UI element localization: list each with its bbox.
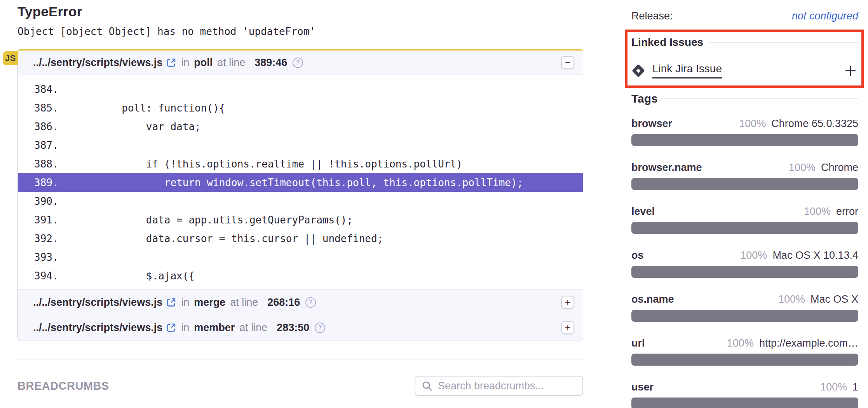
release-row: Release: not configured (631, 10, 858, 22)
line-source: data = app.utils.getQueryParams(); (73, 211, 353, 229)
external-link-icon[interactable] (166, 323, 176, 333)
tag-distribution-bar[interactable] (631, 310, 858, 322)
code-line: 394. $.ajax({ (18, 267, 583, 285)
tag-percent: 100% (820, 381, 847, 393)
collapse-frame-button[interactable]: − (561, 56, 574, 69)
link-jira-issue-row: Link Jira Issue (631, 63, 858, 80)
linked-issues-title: Linked Issues (631, 36, 703, 49)
line-source: if (!this.options.realtime || !this.opti… (73, 155, 462, 173)
heading-rule (664, 98, 858, 99)
tag-key[interactable]: os.name (631, 293, 674, 305)
tag-row: browser 100% Chrome 65.0.3325 (631, 118, 858, 146)
tag-row: os.name 100% Mac OS X (631, 293, 858, 322)
stack-frame-header-poll[interactable]: ../../sentry/scripts/views.js in poll at… (18, 51, 583, 75)
tag-distribution-bar[interactable] (631, 178, 858, 190)
tag-key[interactable]: level (631, 206, 655, 218)
tag-value[interactable]: Mac OS X (810, 293, 858, 305)
help-icon[interactable]: ? (315, 323, 325, 333)
jira-icon (632, 64, 645, 77)
line-number: 384. (18, 80, 73, 99)
frame-atline-word: at line (239, 322, 267, 334)
frame-atline-word: at line (217, 57, 245, 69)
tag-key[interactable]: url (631, 337, 645, 349)
code-line: 393. (18, 248, 583, 267)
line-number: 394. (18, 267, 73, 285)
help-icon[interactable]: ? (305, 297, 316, 308)
tag-row-header: os.name 100% Mac OS X (631, 293, 858, 305)
tag-row: os 100% Mac OS X 10.13.4 (631, 249, 858, 278)
line-number: 386. (18, 117, 73, 136)
code-line: 385. poll: function(){ (18, 99, 583, 117)
frame-function-name: poll (194, 57, 213, 69)
external-link-icon[interactable] (166, 297, 176, 307)
tag-value[interactable]: http://example.com… (759, 337, 858, 349)
error-type-title: TypeError (17, 4, 583, 19)
tag-value[interactable]: Mac OS X 10.13.4 (772, 249, 858, 262)
tag-distribution-bar[interactable] (631, 398, 858, 408)
frame-in-word: in (181, 296, 189, 309)
help-icon[interactable]: ? (293, 58, 303, 68)
link-jira-issue-link[interactable]: Link Jira Issue (652, 63, 722, 78)
line-number: 385. (18, 99, 73, 117)
add-linked-issue-plus-icon[interactable] (844, 65, 857, 77)
tag-value[interactable]: 1 (852, 381, 858, 393)
tag-row-header: user 100% 1 (631, 381, 858, 393)
line-number: 391. (18, 211, 73, 229)
main-column: TypeError Object [object Object] has no … (0, 0, 608, 408)
code-line: 386. var data; (18, 117, 583, 136)
tag-key[interactable]: browser (631, 118, 672, 130)
code-line: 390. (18, 192, 583, 211)
sidebar: Release: not configured Linked Issues Li… (608, 0, 868, 408)
breadcrumbs-title: BREADCRUMBS (17, 380, 109, 392)
tag-distribution-bar[interactable] (631, 354, 858, 366)
breadcrumbs-search-box[interactable] (415, 376, 583, 396)
tag-row: url 100% http://example.com… (631, 337, 858, 366)
tag-row: browser.name 100% Chrome (631, 162, 858, 190)
line-number: 387. (18, 136, 73, 155)
expand-frame-button[interactable]: + (561, 296, 574, 309)
frame-function-name: merge (194, 296, 225, 309)
tag-distribution-bar[interactable] (631, 222, 858, 234)
tags-title: Tags (631, 92, 658, 105)
tag-distribution-bar[interactable] (631, 134, 858, 146)
heading-rule (709, 42, 858, 43)
tag-value[interactable]: Chrome (821, 162, 858, 174)
frame-in-word: in (181, 322, 189, 334)
line-number: 390. (18, 192, 73, 211)
code-line: 392. data.cursor = this.cursor || undefi… (18, 229, 583, 248)
line-source: data.cursor = this.cursor || undefined; (73, 229, 383, 248)
code-line: 387. (18, 136, 583, 155)
frame-function-name: member (194, 322, 235, 334)
expand-frame-button[interactable]: + (561, 321, 574, 334)
tag-percent: 100% (778, 293, 805, 305)
external-link-icon[interactable] (166, 58, 176, 68)
tag-percent: 100% (789, 162, 816, 174)
stack-frame-header-member[interactable]: ../../sentry/scripts/views.js in member … (18, 315, 583, 340)
tag-row: level 100% error (631, 206, 858, 234)
tag-row-header: os 100% Mac OS X 10.13.4 (631, 249, 858, 262)
breadcrumbs-search-input[interactable] (437, 380, 576, 392)
line-source: var data; (73, 117, 201, 136)
issue-detail-page: TypeError Object [object Object] has no … (0, 0, 868, 408)
tag-percent: 100% (727, 337, 754, 349)
release-not-configured-link[interactable]: not configured (792, 10, 858, 22)
code-line: 389. return window.setTimeout(this.poll,… (18, 173, 583, 192)
stacktrace-card: JS ../../sentry/scripts/views.js in poll… (17, 49, 583, 340)
tag-row-header: browser.name 100% Chrome (631, 162, 858, 174)
tag-percent: 100% (740, 249, 767, 262)
tag-key[interactable]: browser.name (631, 162, 702, 174)
tag-key[interactable]: os (631, 249, 644, 262)
stack-frame-header-merge[interactable]: ../../sentry/scripts/views.js in merge a… (18, 289, 583, 315)
tag-distribution-bar[interactable] (631, 266, 858, 278)
linked-issues-heading: Linked Issues (631, 36, 858, 49)
linked-issues-highlight-box: Linked Issues Link Jira Issue (625, 30, 864, 88)
line-number: 389. (18, 173, 73, 192)
code-line: 388. if (!this.options.realtime || !this… (18, 155, 583, 173)
line-source: return window.setTimeout(this.poll, this… (73, 173, 523, 192)
tag-value[interactable]: Chrome 65.0.3325 (771, 118, 858, 130)
tag-key[interactable]: user (631, 381, 654, 393)
tag-percent: 100% (804, 206, 831, 218)
tag-value[interactable]: error (836, 206, 858, 218)
frame-line-col: 389:46 (254, 57, 287, 69)
tag-list: browser 100% Chrome 65.0.3325 browser.na… (631, 118, 858, 408)
